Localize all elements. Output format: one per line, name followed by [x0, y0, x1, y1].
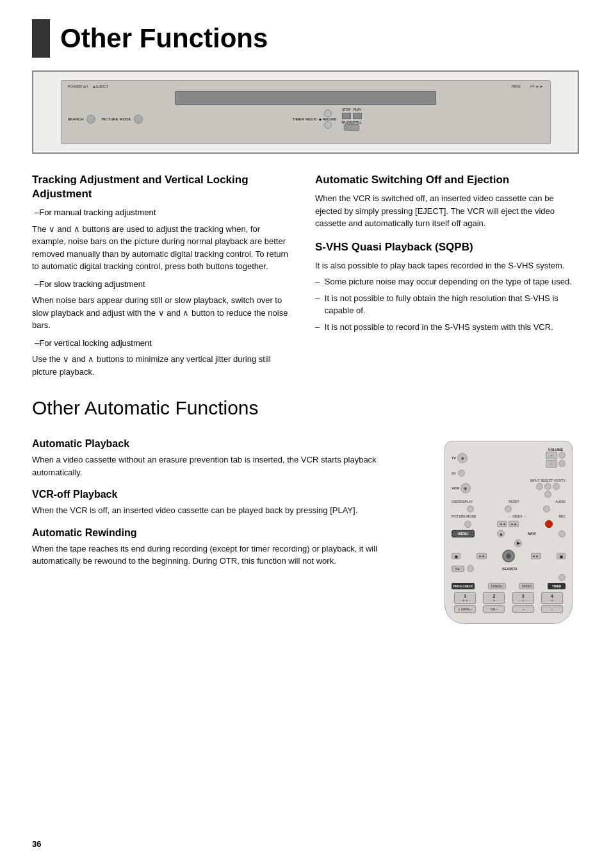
- remote-column: TV ⏻ VOLUME + –: [438, 428, 579, 624]
- osd-label: OSD/DISPLAY: [452, 500, 473, 504]
- pic-mode-label: PICTURE MODE: [452, 514, 476, 518]
- remote-row-tv-vol: TV ⏻ VOLUME + –: [452, 448, 566, 468]
- remote-control: TV ⏻ VOLUME + –: [444, 441, 573, 624]
- remote-date-row: ∨ DATE – ON – – –: [452, 605, 566, 613]
- vcr-ch-up-btn: [553, 483, 560, 490]
- prog-check-btn: PROG.CHECK: [452, 583, 475, 589]
- auto-rewind-title: Automatic Rewinding: [32, 527, 419, 539]
- auto-rewind-text: When the tape reaches its end during rec…: [32, 543, 419, 568]
- page-number: 36: [32, 839, 41, 849]
- remote-transport: ◼ ◄◄ ►► ◼: [452, 550, 566, 562]
- rec-btn: [545, 520, 553, 528]
- ch-down-btn: [558, 460, 566, 467]
- vcr-tape-slot: [175, 91, 437, 105]
- input-right-btn: [544, 483, 551, 490]
- search-btn: [558, 574, 566, 581]
- remote-row-pic-btns: ◄◄ ►►: [452, 520, 566, 528]
- rec-label: REC: [558, 514, 566, 518]
- av-label: AV: [452, 471, 456, 475]
- navi-label: NAVI: [528, 532, 536, 536]
- menu-label: MENU: [458, 532, 468, 536]
- prog-check-label: PROG.CHECK: [453, 585, 473, 588]
- svhs-title: S-VHS Quasi Playback (SQPB): [315, 240, 579, 254]
- volume-minus-btn: –: [546, 460, 557, 468]
- vcr-ch-down-btn: [544, 491, 551, 498]
- manual-label: –For manual tracking adjustment: [32, 206, 296, 219]
- stop-circle-btn: [502, 550, 515, 562]
- stop2-btn: ◼: [452, 553, 460, 559]
- ch-up-btn: [558, 452, 566, 459]
- blank-btn: –: [541, 605, 563, 613]
- on-btn: ON –: [483, 605, 505, 613]
- auto-switch-title: Automatic Switching Off and Ejection: [315, 173, 579, 187]
- page-header: Other Functions: [32, 19, 579, 58]
- vcr-top-row: POWER ψ/I ▲EJECT REW FF ►►: [68, 85, 544, 88]
- svhs-item2: – It is not possible to fully obtain the…: [315, 292, 579, 317]
- remote-row-osd-btns: [452, 505, 566, 512]
- manual-text: The ∨ and ∧ buttons are used to adjust t…: [32, 223, 296, 273]
- num-btn-3: 3 +: [512, 592, 534, 604]
- ff-btn: ►►: [509, 521, 519, 527]
- auto-switch-text: When the VCR is switched off, an inserte…: [315, 192, 579, 230]
- left-controls: SEARCH PICTURE MODE: [68, 115, 143, 124]
- timer-label: TIMER: [552, 585, 561, 588]
- num-btn-4: 4 +: [541, 592, 563, 604]
- av-btn: [458, 470, 465, 477]
- bottom-two-column: Automatic Playback When a video cassette…: [32, 428, 579, 624]
- vertical-text: Use the ∨ and ∧ buttons to minimize any …: [32, 353, 296, 378]
- main-two-column: Tracking Adjustment and Vertical Locking…: [32, 173, 579, 378]
- vcr-off-text: When the VCR is off, an inserted video c…: [32, 504, 419, 517]
- slow-label: –For slow tracking adjustment: [32, 278, 296, 291]
- date-btn: ∨ DATE –: [454, 605, 476, 613]
- vcr-off-title: VCR-off Playback: [32, 489, 419, 500]
- auto-playback-title: Automatic Playback: [32, 438, 419, 450]
- vcr-bottom-controls: SEARCH PICTURE MODE TIMER REC/0 ◆ RECORD…: [68, 108, 544, 131]
- audio-btn: [543, 505, 550, 512]
- vcr-power-btn: ⏻: [460, 483, 471, 493]
- remote-num-row1: 1 ∧ + 2 + 3 + 4 +: [452, 592, 566, 604]
- input-left-btn: [536, 483, 543, 490]
- audio-label: AUDIO: [555, 500, 566, 504]
- pause3-btn: [467, 565, 474, 572]
- svhs-item3: – It is not possible to record in the S-…: [315, 321, 579, 334]
- right-column: Automatic Switching Off and Ejection Whe…: [315, 173, 579, 378]
- rew-btn: ◄◄: [497, 521, 507, 527]
- timer-btn: TIMER: [548, 583, 566, 589]
- reset-btn: [505, 505, 512, 512]
- up-btn: ▲: [497, 530, 505, 537]
- ff2-btn: ►►: [531, 553, 541, 559]
- vcr-image: POWER ψ/I ▲EJECT REW FF ►► SEARCH PICTUR…: [32, 70, 579, 154]
- tracking-title: Tracking Adjustment and Vertical Locking…: [32, 173, 296, 201]
- remote-row-slow: II► SEARCH: [452, 565, 566, 572]
- remote-row-menu: MENU ▲ NAVI: [452, 530, 566, 537]
- num-btn-1: 1 ∧ +: [454, 592, 476, 604]
- play-btn: ▶: [514, 539, 522, 547]
- search-label: SEARCH: [502, 567, 517, 571]
- rew-ff-label: REW FF ►►: [512, 85, 544, 88]
- remote-row-prog: PROG.CHECK CANCEL SPEED TIMER: [452, 583, 566, 589]
- index-label: ← INDEX →: [509, 514, 526, 518]
- pause2-btn: ◼: [557, 553, 566, 559]
- volume-plus-btn: +: [546, 452, 557, 459]
- left-column: Tracking Adjustment and Vertical Locking…: [32, 173, 296, 378]
- cancel-btn: CANCEL: [488, 583, 506, 589]
- svhs-intro: It is also possible to play back tapes r…: [315, 259, 579, 272]
- navi-btn: [558, 530, 566, 537]
- auto-playback-text: When a video cassette without an erasure…: [32, 454, 419, 479]
- other-auto-title: Other Automatic Functions: [32, 397, 579, 419]
- center-controls: TIMER REC/0 ◆ RECORD STOP PLAY PAUSE/STI…: [292, 108, 361, 131]
- header-icon-bar: [32, 19, 50, 58]
- pic-mode-btn: [464, 521, 471, 528]
- bottom-left: Automatic Playback When a video cassette…: [32, 428, 419, 624]
- page-title: Other Functions: [60, 23, 268, 54]
- tv-label: TV: [452, 456, 456, 460]
- remote-row-osd: OSD/DISPLAY RESET AUDIO: [452, 500, 566, 504]
- osd-btn: [467, 505, 474, 512]
- slow-text: When noise bars appear during still or s…: [32, 294, 296, 332]
- slow-btn: II►: [452, 566, 464, 572]
- input-select-label: INPUT SELECT VCR/TV: [530, 479, 566, 482]
- remote-row-vcr: VCR ⏻ INPUT SELECT VCR/TV: [452, 479, 566, 498]
- menu-btn: MENU: [452, 530, 475, 537]
- tv-power-btn: ⏻: [457, 453, 468, 463]
- vertical-label: –For vertical locking adjustment: [32, 337, 296, 350]
